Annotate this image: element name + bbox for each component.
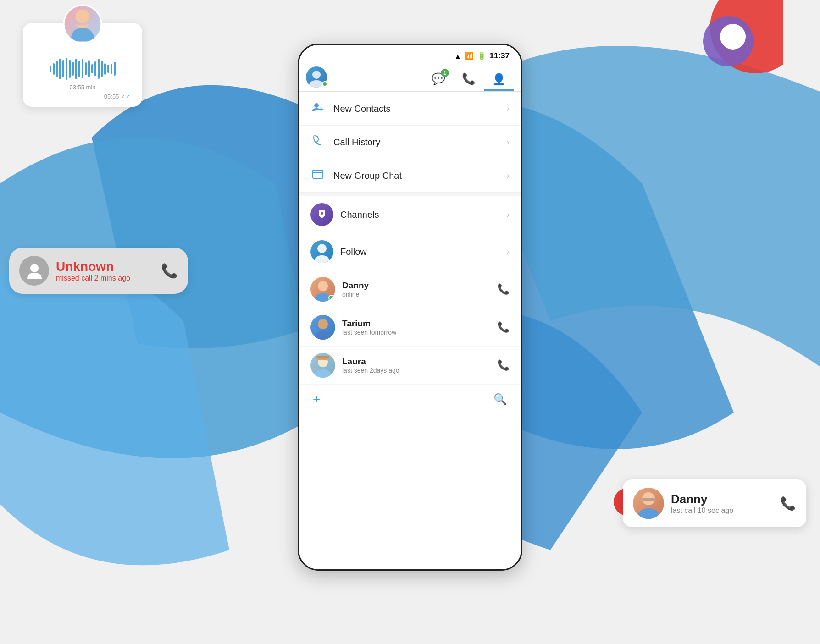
svg-point-13 xyxy=(321,212,323,215)
missed-call-phone-icon[interactable]: 📞 xyxy=(161,263,178,279)
svg-rect-6 xyxy=(642,498,655,501)
contact-item-laura[interactable]: Laura last seen 2days ago 📞 xyxy=(299,347,521,385)
danny-phone-btn[interactable]: 📞 xyxy=(497,283,510,295)
danny-call-card[interactable]: Danny last call 10 sec ago 📞 xyxy=(623,479,806,527)
follow-chevron: › xyxy=(507,247,510,257)
section-divider xyxy=(299,193,521,196)
svg-rect-19 xyxy=(316,356,329,358)
unknown-avatar xyxy=(19,256,49,286)
wifi-icon: ▲ xyxy=(454,52,461,60)
follow-avatar xyxy=(310,240,333,263)
danny-call-avatar xyxy=(633,488,664,519)
menu-item-follow[interactable]: Follow › xyxy=(299,233,521,270)
tarium-avatar xyxy=(310,315,335,340)
laura-contact-status: last seen 2days ago xyxy=(342,367,497,374)
new-group-chat-icon xyxy=(310,168,325,183)
new-contacts-chevron: › xyxy=(507,104,510,114)
tab-calls[interactable]: 📞 xyxy=(454,69,484,89)
tab-chats[interactable]: 💬 1 xyxy=(423,69,454,89)
svg-point-8 xyxy=(314,103,319,108)
voice-card-avatar xyxy=(63,5,102,44)
voice-message-card: 03:55 min 05:55 ✓✓ xyxy=(23,23,142,107)
deco-top-right xyxy=(673,0,783,110)
svg-point-16 xyxy=(318,319,328,329)
chat-badge: 1 xyxy=(441,69,449,77)
channels-chevron: › xyxy=(507,210,510,220)
channels-label: Channels xyxy=(340,209,507,220)
laura-avatar xyxy=(310,353,335,378)
tarium-contact-status: last seen tomorrow xyxy=(342,329,497,336)
tarium-phone-btn[interactable]: 📞 xyxy=(497,321,510,333)
danny-call-phone-icon[interactable]: 📞 xyxy=(780,496,796,511)
phone-mockup: ▲ 📶 🔋 11:37 💬 1 📞 xyxy=(298,44,522,571)
menu-section: New Contacts › Call History › xyxy=(299,92,521,193)
call-history-icon xyxy=(310,135,325,149)
new-contacts-icon xyxy=(310,101,325,116)
new-group-chat-chevron: › xyxy=(507,171,510,181)
danny-call-info: Danny last call 10 sec ago xyxy=(671,492,773,515)
missed-call-time: missed call 2 mins ago xyxy=(56,274,154,282)
svg-point-2 xyxy=(720,24,746,50)
menu-item-new-contacts[interactable]: New Contacts › xyxy=(299,92,521,126)
danny-call-time: last call 10 sec ago xyxy=(671,506,773,515)
tab-profile[interactable] xyxy=(306,66,327,91)
laura-contact-info: Laura last seen 2days ago xyxy=(342,357,497,374)
svg-point-15 xyxy=(318,281,328,291)
waveform xyxy=(34,57,131,80)
tarium-contact-name: Tarium xyxy=(342,319,497,329)
calls-icon: 📞 xyxy=(462,72,476,85)
danny-contact-status: online xyxy=(342,291,497,298)
danny-online-dot xyxy=(328,295,334,301)
contact-item-tarium[interactable]: Tarium last seen tomorrow 📞 xyxy=(299,308,521,347)
profile-online-dot xyxy=(322,81,327,87)
tarium-contact-info: Tarium last seen tomorrow xyxy=(342,319,497,336)
call-history-label: Call History xyxy=(333,137,507,148)
signal-icon: 📶 xyxy=(465,52,474,60)
missed-call-info: Unknown missed call 2 mins ago xyxy=(56,259,154,282)
chat-icon: 💬 1 xyxy=(432,72,445,85)
svg-point-3 xyxy=(76,10,89,23)
danny-call-name: Danny xyxy=(671,492,773,506)
menu-item-call-history[interactable]: Call History › xyxy=(299,126,521,159)
laura-phone-btn[interactable]: 📞 xyxy=(497,359,510,371)
danny-avatar xyxy=(310,277,335,302)
contacts-list: Danny online 📞 Tarium last seen tomorrow… xyxy=(299,270,521,385)
status-bar: ▲ 📶 🔋 11:37 xyxy=(299,45,521,64)
svg-point-7 xyxy=(312,71,321,79)
follow-label: Follow xyxy=(340,247,507,257)
new-group-chat-label: New Group Chat xyxy=(333,171,507,181)
status-time: 11:37 xyxy=(490,51,510,61)
svg-point-4 xyxy=(30,264,39,272)
battery-icon: 🔋 xyxy=(477,52,486,60)
voice-time: 05:55 ✓✓ xyxy=(34,93,131,100)
missed-call-card[interactable]: Unknown missed call 2 mins ago 📞 xyxy=(9,248,188,294)
contacts-icon: 👤 xyxy=(492,73,506,86)
bottom-bar: + 🔍 xyxy=(299,385,521,413)
search-button[interactable]: 🔍 xyxy=(493,393,507,406)
laura-contact-name: Laura xyxy=(342,357,497,367)
missed-call-name: Unknown xyxy=(56,259,154,274)
tab-bar: 💬 1 📞 👤 xyxy=(299,64,521,92)
call-history-chevron: › xyxy=(507,138,510,147)
new-contacts-label: New Contacts xyxy=(333,104,507,114)
channels-avatar xyxy=(310,203,333,226)
danny-contact-info: Danny online xyxy=(342,281,497,298)
danny-contact-name: Danny xyxy=(342,281,497,291)
voice-duration: 03:55 min xyxy=(34,84,131,91)
menu-item-channels[interactable]: Channels › xyxy=(299,196,521,233)
menu-item-new-group-chat[interactable]: New Group Chat › xyxy=(299,159,521,193)
svg-rect-11 xyxy=(313,170,323,178)
svg-point-14 xyxy=(317,244,327,253)
tab-contacts[interactable]: 👤 xyxy=(484,69,514,91)
contact-item-danny[interactable]: Danny online 📞 xyxy=(299,270,521,308)
add-button[interactable]: + xyxy=(313,392,320,407)
